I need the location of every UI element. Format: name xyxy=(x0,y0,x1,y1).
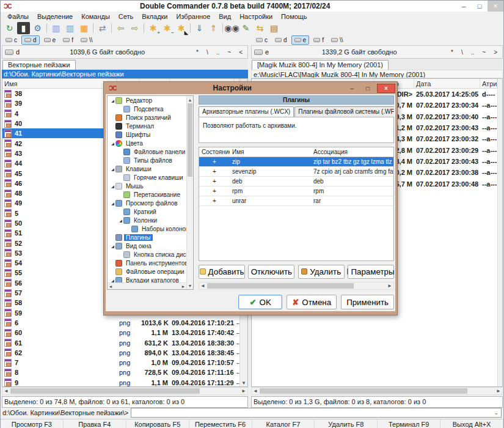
tree-item-шрифты[interactable]: Шрифты xyxy=(108,130,193,139)
tree-horizontal-scrollbar[interactable]: ◄ ► xyxy=(108,282,186,289)
scroll-up-arrow[interactable]: ▲ xyxy=(187,96,193,103)
dialog-close-button[interactable]: × xyxy=(377,84,395,93)
scroll-thumb[interactable] xyxy=(188,103,192,177)
tab-magik-muzik[interactable]: [Magik Muzik 800-4] In My Memory (2001) xyxy=(252,60,389,70)
file-row[interactable]: 8png728,5 K09.04.2016 17:11:16--a xyxy=(2,367,247,377)
path-bar-left[interactable]: d:\Обои. Картинки\Векторные пейзажи xyxy=(2,70,248,78)
options-icon[interactable]: ⚙ xyxy=(31,22,44,34)
tree-vertical-scrollbar[interactable]: ▲ ▼ xyxy=(186,96,193,289)
quick-nav-[interactable]: \ xyxy=(205,49,210,56)
minimize-button[interactable]: – xyxy=(456,1,472,12)
scroll-thumb[interactable] xyxy=(10,388,200,394)
quick-nav-[interactable]: ~ xyxy=(226,49,232,56)
применить-button[interactable]: Применить xyxy=(341,295,394,309)
tree-item-горячие-клавиши[interactable]: Горячие клавиши xyxy=(108,173,193,182)
fkey-переместить-f6[interactable]: Переместить F6 xyxy=(189,419,252,428)
plugin-row-unrar[interactable]: +unrarrar xyxy=(199,196,393,206)
scroll-left-arrow[interactable]: ◄ xyxy=(252,388,259,394)
ok-button[interactable]: ✔OK xyxy=(238,295,282,309)
menu-item-команды[interactable]: Команды xyxy=(77,13,114,20)
table-horizontal-scrollbar[interactable]: ◄ ► xyxy=(199,282,394,290)
scroll-down-arrow[interactable]: ▼ xyxy=(240,379,247,386)
fkey-терминал-f9[interactable]: Терминал F9 xyxy=(378,419,440,428)
file-row[interactable]: 9png1,1 M09.04.2016 17:11:29--a xyxy=(2,378,247,386)
quick-nav-[interactable]: > xyxy=(492,49,499,56)
параметры-button[interactable]: Параметры xyxy=(348,265,394,279)
file-row[interactable]: 62png894,0 K13.04.2016 18:38:45--a xyxy=(2,348,247,358)
scroll-down-arrow[interactable]: ▼ xyxy=(187,282,193,289)
search-icon[interactable]: ◉◉ xyxy=(225,22,238,34)
plugin-row-deb[interactable]: +debdeb xyxy=(199,177,393,186)
pack-options-icon[interactable]: ✱◣ xyxy=(175,22,188,34)
pack-icon[interactable]: ✱+ xyxy=(147,22,159,34)
unpack-icon[interactable]: ✱− xyxy=(161,22,173,34)
tree-item-файловые-операции[interactable]: Файловые операции xyxy=(108,267,193,276)
отмена-button[interactable]: ✘Отмена xyxy=(287,295,337,309)
history-forward-icon[interactable]: ⇨ xyxy=(128,22,141,34)
close-button[interactable]: × xyxy=(488,1,503,12)
table-column-состояние[interactable]: Состояние xyxy=(199,149,230,155)
drive-button-[interactable]: \\ xyxy=(328,35,346,45)
tree-item-плагины[interactable]: Плагины xyxy=(108,233,193,242)
copy-names-icon[interactable]: ▤ xyxy=(268,22,280,34)
plugin-tab-плагины-файловой-системы-wfx[interactable]: Плагины файловой системы (.WFX) xyxy=(294,106,394,117)
edit-comment-icon[interactable]: ✎ xyxy=(239,22,252,34)
tree-expander-icon[interactable]: ◢ xyxy=(110,184,115,188)
scroll-right-arrow[interactable]: ► xyxy=(386,282,393,289)
plugin-row-zip[interactable]: +zipzip tar bz2 tbz gz tgz lzma tlz xz t… xyxy=(199,157,393,167)
tree-item-файловые-панели[interactable]: Файловые панели xyxy=(108,147,193,156)
table-column-имя[interactable]: Имя xyxy=(230,149,311,155)
scroll-thumb[interactable] xyxy=(207,283,354,289)
refresh-icon[interactable]: ↻ xyxy=(3,22,16,34)
menu-item-выделение[interactable]: Выделение xyxy=(33,13,77,20)
scroll-thumb[interactable] xyxy=(260,388,467,394)
path-bar-right[interactable]: e:\Music\FLAC\[Magik Muzik 800-4] In My … xyxy=(251,70,503,78)
scroll-left-arrow[interactable]: ◄ xyxy=(2,388,10,394)
удалить-button[interactable]: Удалить xyxy=(298,265,345,279)
plugin-row-sevenzip[interactable]: +sevenzip7z cpio arj cab cramfs dmg fat … xyxy=(199,167,393,177)
drive-button-e[interactable]: e xyxy=(291,35,310,45)
tree-item-просмотр-файлов[interactable]: ◢Просмотр файлов xyxy=(108,199,193,207)
menu-item-файлы[interactable]: Файлы xyxy=(3,13,33,20)
tree-expander-icon[interactable]: ◢ xyxy=(110,244,115,248)
command-input[interactable]: ⌄ xyxy=(131,408,502,418)
scroll-left-arrow[interactable]: ◄ xyxy=(199,282,206,289)
tree-item-цвета[interactable]: ◢Цвета xyxy=(108,139,193,147)
tree-item-редактор[interactable]: ◢Редактор xyxy=(108,96,193,105)
plugin-row-rpm[interactable]: +rpmrpm xyxy=(199,186,393,196)
vertical-scrollbar-right[interactable] xyxy=(497,79,502,386)
tree-item-поиск-различий[interactable]: Поиск различий xyxy=(108,113,193,122)
tree-item-мышь[interactable]: ◢Мышь xyxy=(108,182,193,190)
tree-expander-icon[interactable]: ◢ xyxy=(110,167,115,171)
column-header-атрибуты[interactable]: Атрибуты xyxy=(480,79,497,89)
tree-item-наборы-колонок[interactable]: Наборы колонок xyxy=(108,224,193,233)
drive-button-d[interactable]: d xyxy=(21,35,40,45)
tree-item-колонки[interactable]: ◢Колонки xyxy=(108,216,193,224)
quick-nav-[interactable]: ~ xyxy=(481,49,487,56)
fkey-правка-f4[interactable]: Правка F4 xyxy=(64,419,126,428)
quick-nav-[interactable]: .. xyxy=(470,49,476,56)
fkey-выход-alt-x[interactable]: Выход Alt+X xyxy=(440,419,503,428)
menu-item-настройки[interactable]: Настройки xyxy=(235,13,277,20)
tree-item-терминал[interactable]: Терминал xyxy=(108,122,193,130)
menu-item-избранное[interactable]: Избранное xyxy=(172,13,215,20)
dialog-titlebar[interactable]: ƆC Настройки –□× xyxy=(106,82,395,94)
column-header-name[interactable]: Имя xyxy=(2,79,117,89)
horizontal-scrollbar-left[interactable]: ◄ ► xyxy=(2,387,248,395)
tree-item-перетаскивание[interactable]: Перетаскивание xyxy=(108,190,193,199)
dialog-maximize-button[interactable]: □ xyxy=(361,84,374,93)
tree-expander-icon[interactable]: ◢ xyxy=(110,278,115,282)
terminal-icon[interactable]: ▮ xyxy=(17,22,30,34)
tab-vector-landscapes[interactable]: Векторные пейзажи xyxy=(2,60,76,70)
horizontal-scrollbar-right[interactable]: ◄ ► xyxy=(251,387,503,395)
file-row[interactable]: 6png1013,6 K09.04.2016 17:10:21--a xyxy=(2,318,247,328)
tree-expander-icon[interactable]: ◢ xyxy=(110,201,115,205)
quick-nav-[interactable]: * xyxy=(195,49,200,56)
tree-expander-icon[interactable]: ◢ xyxy=(110,98,115,103)
tree-item-вид-окна[interactable]: ◢Вид окна xyxy=(108,242,193,250)
tree-item-краткий[interactable]: Краткий xyxy=(108,207,193,216)
drive-button-[interactable]: \\ xyxy=(78,35,96,45)
tree-expander-icon[interactable]: ◢ xyxy=(110,141,115,146)
table-column-ассоциация[interactable]: Ассоциация xyxy=(311,149,393,155)
quick-nav-[interactable]: < xyxy=(238,49,244,56)
